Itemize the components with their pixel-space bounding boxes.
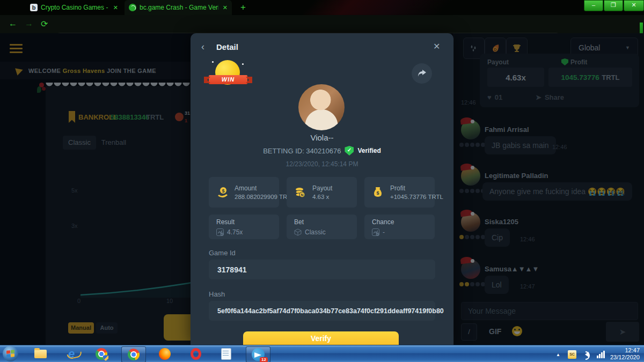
- betting-id-row: BETTING ID: 340210676 ✓ Verified: [191, 146, 453, 156]
- stat-value: -: [383, 228, 385, 236]
- browser-tab-strip: b Crypto Casino Games - The 16 Be ✕ bc.g…: [0, 0, 644, 15]
- verify-button[interactable]: Verify: [243, 331, 399, 345]
- stat-label: Result: [216, 218, 279, 226]
- taskbar-internet-explorer[interactable]: e: [62, 346, 80, 361]
- close-button[interactable]: ✕: [624, 0, 644, 11]
- start-button[interactable]: [3, 346, 18, 361]
- tray-expand-icon[interactable]: ▲: [556, 352, 560, 357]
- stat-card-amount: $ Amount 288.082029909 TRTL: [209, 177, 279, 208]
- username: Viola--: [191, 133, 453, 142]
- graph-check-icon: [216, 228, 224, 236]
- stat-value: 4.75x: [227, 228, 243, 236]
- bc-logo-icon: b: [30, 4, 38, 11]
- tab-title: bc.game Crash - Game Verificatio: [140, 4, 218, 11]
- browser-theme-art: [280, 0, 477, 15]
- taskbar-firefox[interactable]: [156, 346, 174, 361]
- stat-card-chance: Chance -: [364, 215, 435, 239]
- notification-badge: 12: [260, 357, 268, 362]
- forward-icon[interactable]: →: [25, 19, 33, 28]
- stat-value: 4.63 x: [312, 194, 332, 200]
- taskbar-clock[interactable]: 12:47 23/12/2020: [606, 347, 640, 361]
- taskbar-chrome-active[interactable]: [121, 346, 146, 362]
- chrome-icon: [96, 348, 107, 360]
- clock-time: 12:47: [606, 347, 640, 354]
- clock-date: 23/12/2020: [606, 354, 640, 361]
- browser-tab-2-active[interactable]: bc.game Crash - Game Verificatio ✕: [125, 0, 232, 15]
- graph-check-icon: [372, 228, 379, 236]
- hash-label: Hash: [209, 290, 225, 298]
- game-id-value: 3178941: [217, 265, 247, 274]
- back-chevron-icon[interactable]: ‹: [201, 42, 204, 51]
- windows-taskbar: e 12 ▲ SC 12:47 23/12/2020: [0, 345, 644, 362]
- stat-label: Amount: [235, 184, 294, 192]
- win-badge: WIN: [211, 60, 246, 90]
- taskbar-notepad[interactable]: [217, 346, 235, 361]
- chrome-icon: [128, 349, 140, 360]
- stat-value: +1045.73776 TRTL: [390, 194, 443, 200]
- stat-card-result: Result 4.75x: [209, 215, 279, 239]
- stat-value: Classic: [305, 228, 326, 236]
- screen: b Crypto Casino Games - The 16 Be ✕ bc.g…: [0, 0, 644, 362]
- window-controls: – ❐ ✕: [583, 0, 644, 11]
- game-id-field[interactable]: 3178941: [209, 260, 435, 279]
- game-id-label: Game Id: [209, 249, 236, 257]
- stat-label: Bet: [294, 218, 357, 226]
- stat-label: Payout: [312, 184, 332, 192]
- windows-logo-icon: [6, 350, 14, 358]
- svg-text:N: N: [301, 193, 303, 197]
- hash-value: 5ef0f6a144ac2bf5af74d7f0baca034b77ce83a7…: [217, 307, 444, 315]
- stat-value: 288.082029909 TRTL: [235, 194, 294, 200]
- folder-icon: [34, 350, 47, 358]
- verified-shield-icon: ✓: [345, 146, 354, 156]
- reload-icon[interactable]: ⟳: [41, 19, 48, 29]
- tab-close-icon[interactable]: ✕: [113, 4, 118, 11]
- tray-sc-icon[interactable]: SC: [568, 350, 576, 359]
- volume-icon[interactable]: [585, 352, 589, 357]
- hash-field[interactable]: 5ef0f6a144ac2bf5af74d7f0baca034b77ce83a7…: [209, 301, 435, 321]
- opera-icon: [191, 348, 201, 360]
- browser-tab-1[interactable]: b Crypto Casino Games - The 16 Be ✕: [26, 0, 122, 15]
- verified-label: Verified: [357, 147, 380, 154]
- svg-text:$: $: [222, 188, 224, 193]
- user-avatar[interactable]: [298, 84, 345, 130]
- ie-icon: e: [68, 348, 75, 360]
- stat-label: Profit: [390, 184, 443, 192]
- notepad-icon: [221, 348, 231, 360]
- new-tab-button[interactable]: +: [240, 2, 246, 13]
- bet-detail-modal: ‹ Detail ✕ WIN Viola-- BETTING ID: 34021…: [191, 33, 453, 345]
- taskbar-explorer[interactable]: [31, 346, 49, 361]
- shield-badge-icon: [103, 355, 108, 361]
- dice-icon: [294, 228, 302, 236]
- coin-hand-icon: $: [216, 186, 229, 199]
- tab-title: Crypto Casino Games - The 16 Be: [41, 4, 109, 11]
- maximize-button[interactable]: ❐: [604, 0, 623, 11]
- network-signal-icon[interactable]: [597, 351, 605, 358]
- browser-toolbar: ← → ⟳ bc.game /crash + ☆ ⋮: [0, 15, 644, 33]
- betting-id: BETTING ID: 340210676: [263, 147, 341, 155]
- modal-close-icon[interactable]: ✕: [433, 41, 440, 51]
- bet-datetime: 12/23/2020, 12:45:14 PM: [191, 160, 453, 168]
- taskbar-chrome[interactable]: [92, 346, 111, 361]
- tab-close-icon[interactable]: ✕: [223, 4, 228, 11]
- svg-text:$: $: [376, 190, 379, 196]
- taskbar-telegram[interactable]: 12: [246, 346, 270, 362]
- money-bag-icon: $: [372, 186, 385, 199]
- firefox-icon: [159, 348, 171, 360]
- win-ribbon: WIN: [209, 75, 247, 84]
- share-bet-button[interactable]: [412, 63, 432, 84]
- stat-card-profit: $ Profit +1045.73776 TRTL: [364, 177, 435, 208]
- minimize-button[interactable]: –: [584, 0, 603, 11]
- coin-stack-icon: N: [294, 186, 307, 199]
- stat-label: Chance: [372, 218, 435, 226]
- taskbar-opera[interactable]: [187, 346, 205, 361]
- telegram-icon: 12: [252, 348, 265, 361]
- globe-favicon-icon: [129, 4, 136, 11]
- stat-card-bet: Bet Classic: [287, 215, 357, 239]
- share-icon: [417, 69, 427, 78]
- stat-card-payout: N Payout 4.63 x: [287, 177, 357, 208]
- back-icon[interactable]: ←: [9, 19, 17, 28]
- modal-title: Detail: [216, 42, 238, 51]
